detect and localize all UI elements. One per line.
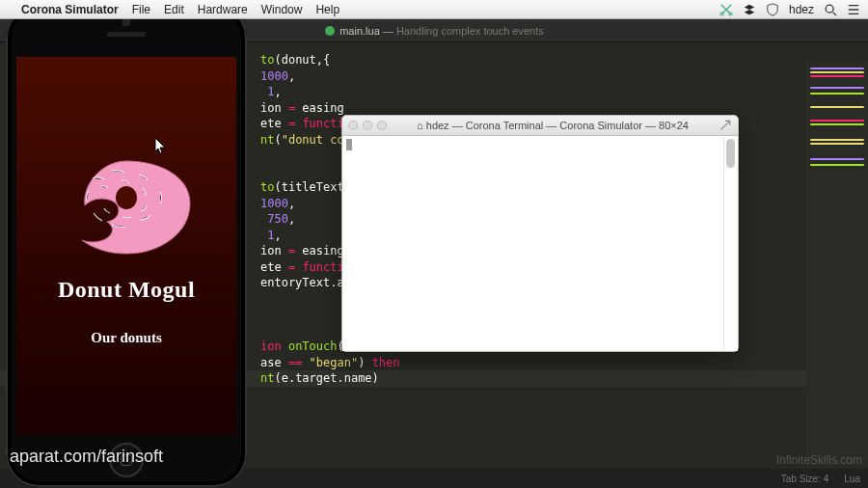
app-title: Donut Mogul [58, 277, 195, 303]
code-line[interactable]: ete = functi [260, 260, 344, 274]
menu-file[interactable]: File [132, 3, 150, 16]
menubar-user[interactable]: hdez [789, 3, 814, 16]
menu-hardware[interactable]: Hardware [198, 3, 248, 16]
traffic-close-icon[interactable] [348, 121, 358, 130]
code-line[interactable]: 1, [260, 229, 282, 242]
terminal-body[interactable] [342, 136, 738, 351]
scissors-icon[interactable] [719, 3, 733, 16]
status-lang[interactable]: Lua [844, 474, 860, 484]
minimap[interactable] [806, 62, 868, 467]
code-line[interactable]: to(donut,{ [260, 53, 330, 67]
terminal-home-icon: ⌂ [417, 120, 423, 131]
spotlight-icon[interactable] [824, 3, 837, 16]
code-line[interactable]: nt("donut co [260, 133, 344, 147]
traffic-zoom-icon[interactable] [377, 121, 387, 130]
code-line[interactable]: 1, [260, 85, 282, 98]
watermark-text-2: InfiniteSkills.com [776, 453, 862, 467]
code-line[interactable]: entoryText.a [260, 276, 344, 289]
code-line[interactable]: ion = easing [260, 244, 344, 258]
svg-line-3 [833, 12, 837, 15]
phone-top-hardware [107, 18, 146, 37]
phone-screen[interactable]: Donut Mogul Our donuts [16, 57, 236, 435]
terminal-title: hdez — Corona Terminal — Corona Simulato… [426, 120, 689, 131]
donut-image[interactable] [54, 153, 199, 259]
code-line[interactable]: ase == "began") then [260, 356, 400, 369]
list-icon[interactable] [847, 3, 860, 16]
code-line[interactable]: ion onTouch( [260, 339, 344, 353]
code-line[interactable]: 1000, [260, 197, 295, 210]
code-line[interactable]: 1000, [260, 69, 295, 83]
terminal-scrollbar[interactable] [723, 137, 737, 350]
editor-subtitle: Handling complex touch events [396, 25, 544, 37]
terminal-titlebar[interactable]: ⌂ hdez — Corona Terminal — Corona Simula… [342, 116, 738, 136]
phone-speaker-icon [107, 32, 146, 37]
watermark-text: aparat.com/farinsoft [10, 447, 163, 467]
code-line[interactable]: 750, [260, 212, 295, 226]
terminal-caret-icon [346, 139, 352, 150]
mac-menubar: Corona Simulator File Edit Hardware Wind… [0, 0, 868, 19]
code-line[interactable]: ete = functi [260, 117, 344, 130]
svg-point-4 [325, 26, 335, 36]
lua-file-icon [324, 25, 336, 37]
app-subtitle: Our donuts [91, 330, 162, 346]
status-tabsize[interactable]: Tab Size: 4 [781, 474, 828, 484]
terminal-window: ⌂ hdez — Corona Terminal — Corona Simula… [341, 115, 739, 352]
traffic-minimize-icon[interactable] [363, 121, 372, 130]
phone-camera-icon [122, 18, 130, 26]
iphone-simulator: Donut Mogul Our donuts [6, 5, 247, 487]
menu-window[interactable]: Window [261, 3, 303, 16]
editor-filename[interactable]: main.lua [339, 25, 380, 37]
dropbox-icon[interactable] [743, 3, 756, 16]
svg-point-2 [826, 5, 833, 13]
code-line[interactable]: to(titleText [260, 180, 344, 194]
app-title[interactable]: Corona Simulator [21, 3, 119, 16]
code-line[interactable]: ion = easing [260, 101, 344, 115]
scrollbar-thumb[interactable] [726, 139, 735, 168]
terminal-expand-icon[interactable] [719, 119, 732, 132]
shield-icon[interactable] [766, 3, 779, 16]
menu-help[interactable]: Help [315, 3, 339, 16]
menu-edit[interactable]: Edit [164, 3, 184, 16]
